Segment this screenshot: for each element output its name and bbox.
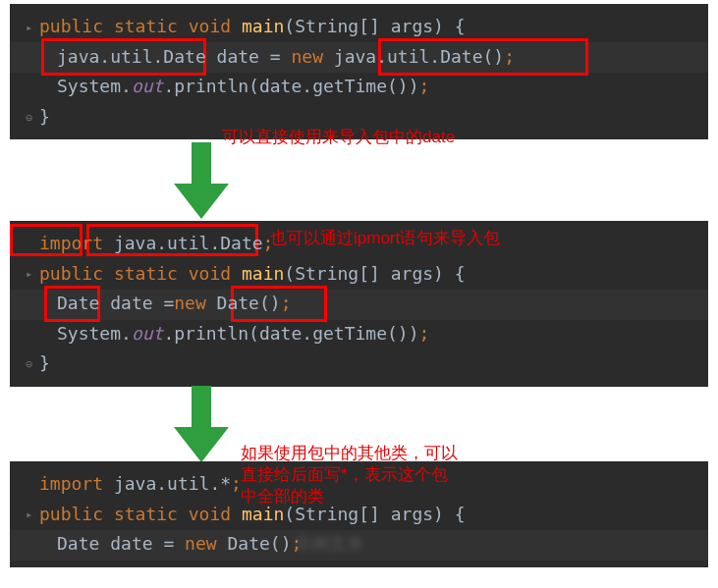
blurred-watermark: 示例文本 — [294, 533, 364, 554]
code-line: ⊖} — [18, 348, 708, 379]
annotation-3a: 如果使用包中的其他类，可以 — [241, 443, 458, 464]
code-line: ⊖} — [18, 102, 708, 133]
code-block-3: import java.util.*; ▸public static void … — [10, 461, 708, 567]
code-line: ▸public static void main(String[] args) … — [18, 259, 708, 290]
code-line: ▸public static void main(String[] args) … — [18, 12, 708, 42]
green-arrow-2 — [172, 386, 231, 462]
code-line: import java.util.Date; — [18, 229, 708, 259]
green-arrow-1 — [172, 142, 231, 219]
code-line: import java.util.*; — [18, 469, 708, 500]
code-line: java.util.Date date = new java.util.Date… — [18, 42, 708, 73]
code-block-1: ▸public static void main(String[] args) … — [10, 4, 708, 139]
code-line: Date date =new Date(); — [18, 289, 708, 319]
code-line: System.out.println(date.getTime()); — [18, 319, 708, 349]
code-line: ▸public static void main(String[] args) … — [18, 500, 708, 530]
code-block-2: import java.util.Date; ▸public static vo… — [10, 221, 708, 387]
code-line: System.out.println(date.getTime()); — [18, 72, 708, 102]
code-line: Date date = new Date();示例文本 — [18, 529, 708, 560]
